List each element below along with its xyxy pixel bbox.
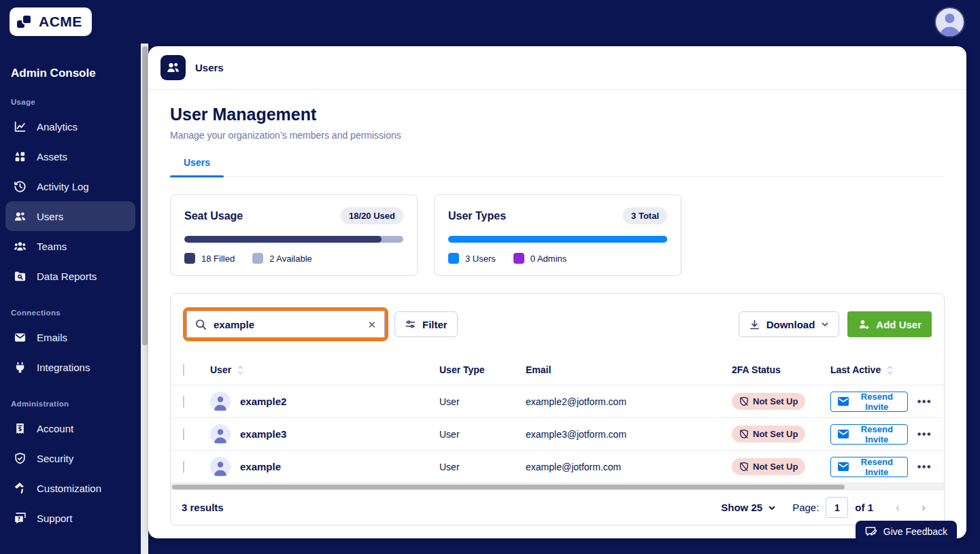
support-chat-icon: ? <box>14 512 27 525</box>
sidebar-item-data-reports[interactable]: Data Reports <box>5 261 135 291</box>
show-per-page-select[interactable]: Show 25 <box>721 502 776 513</box>
sidebar-item-users[interactable]: Users <box>5 201 135 231</box>
sidebar-item-emails[interactable]: Emails <box>5 322 135 352</box>
table-row: example3 User example3@jotform.com <box>171 417 944 450</box>
teams-icon <box>14 240 27 253</box>
users-swatch <box>448 253 459 264</box>
available-swatch <box>252 253 263 264</box>
main-card: Users User Management Manage your organi… <box>148 46 966 538</box>
table-footer: 3 results Show 25 Page: o <box>171 489 944 525</box>
mail-icon <box>838 462 849 471</box>
sidebar-item-teams[interactable]: Teams <box>5 231 135 261</box>
breadcrumb: Users <box>195 62 224 73</box>
sidebar-item-label: Integrations <box>37 362 90 373</box>
add-user-button[interactable]: Add User <box>847 311 932 337</box>
table-scrollbar-thumb[interactable] <box>172 485 845 489</box>
page-subtitle: Manage your organization’s members and p… <box>170 130 945 141</box>
user-type: User <box>439 462 526 472</box>
user-type: User <box>439 396 526 407</box>
legend-users: 3 Users <box>448 253 496 264</box>
sidebar-section-connections: Connections <box>11 309 141 317</box>
tab-users[interactable]: Users <box>170 157 224 176</box>
sidebar-item-security[interactable]: Security <box>5 443 135 473</box>
sidebar-item-assets[interactable]: Assets <box>5 141 135 171</box>
search-input[interactable] <box>214 319 360 330</box>
row-checkbox[interactable] <box>183 461 184 473</box>
user-name[interactable]: example3 <box>240 428 286 440</box>
assets-icon <box>14 150 27 163</box>
sidebar-item-label: Data Reports <box>37 271 97 282</box>
select-all-checkbox[interactable] <box>183 364 184 376</box>
table-horizontal-scrollbar[interactable] <box>171 483 944 489</box>
account-avatar[interactable] <box>934 7 965 37</box>
sidebar-item-integrations[interactable]: Integrations <box>5 352 135 382</box>
sidebar-item-label: Assets <box>37 151 67 162</box>
plug-icon <box>14 361 27 374</box>
resend-invite-button[interactable]: Resend Invite <box>830 457 908 477</box>
acme-logo-text: ACME <box>39 14 82 30</box>
sidebar-item-support[interactable]: ? Support <box>5 503 135 533</box>
svg-text:?: ? <box>18 516 21 522</box>
paint-roller-icon <box>14 482 27 495</box>
seat-usage-badge: 18/20 Used <box>341 207 403 224</box>
user-email: example@jotform.com <box>526 462 732 472</box>
legend-filled: 18 Filled <box>184 253 235 264</box>
user-types-bar-fill <box>448 236 667 243</box>
resend-invite-button[interactable]: Resend Invite <box>830 424 908 445</box>
users-header-icon <box>160 55 186 80</box>
sort-icon[interactable] <box>885 365 894 375</box>
seat-usage-bar <box>184 236 403 243</box>
row-checkbox[interactable] <box>183 396 184 408</box>
table-toolbar: ✕ Filter <box>171 294 944 355</box>
table-row: example User example@jotform.com <box>171 450 944 483</box>
sidebar-title: Admin Console <box>11 67 141 80</box>
sidebar-item-account[interactable]: $ Account <box>5 413 135 443</box>
analytics-icon <box>14 120 27 133</box>
row-checkbox[interactable] <box>183 428 184 440</box>
next-page-icon[interactable]: › <box>914 502 933 514</box>
previous-page-icon[interactable]: ‹ <box>888 502 907 514</box>
search-box[interactable]: ✕ <box>186 311 385 338</box>
row-menu-icon[interactable]: ••• <box>917 461 932 473</box>
page-number-input[interactable] <box>826 497 848 518</box>
filled-swatch <box>184 253 195 264</box>
sidebar-scrollbar[interactable] <box>141 44 148 554</box>
page-title: User Management <box>170 105 945 124</box>
clear-search-icon[interactable]: ✕ <box>367 319 376 330</box>
activity-log-icon <box>14 180 27 193</box>
row-menu-icon[interactable]: ••• <box>917 428 932 440</box>
sidebar-item-label: Teams <box>37 241 67 252</box>
sidebar-item-analytics[interactable]: Analytics <box>5 111 135 141</box>
tfa-status-badge: Not Set Up <box>732 426 805 443</box>
sidebar-item-customization[interactable]: Customization <box>5 473 135 503</box>
filter-button[interactable]: Filter <box>394 311 458 337</box>
mail-icon <box>838 430 849 438</box>
user-name[interactable]: example2 <box>240 396 286 407</box>
sidebar-scrollbar-thumb[interactable] <box>142 46 148 345</box>
user-name[interactable]: example <box>240 461 281 472</box>
users-icon <box>14 210 27 223</box>
sidebar-section-usage: Usage <box>11 98 141 106</box>
sidebar-item-activity-log[interactable]: Activity Log <box>5 171 135 201</box>
admin-console-app: ACME Admin Console Usage Analyti <box>0 0 980 554</box>
invoice-icon: $ <box>14 422 27 435</box>
row-menu-icon[interactable]: ••• <box>917 396 932 408</box>
filter-icon <box>405 319 416 330</box>
seat-usage-card: Seat Usage 18/20 Used 18 Filled <box>170 194 418 276</box>
sidebar-item-label: Emails <box>37 332 67 343</box>
sort-icon[interactable] <box>236 365 245 375</box>
acme-logo[interactable]: ACME <box>10 7 92 36</box>
user-avatar <box>210 424 231 445</box>
user-types-title: User Types <box>448 210 506 222</box>
table-header-row: User User Type Email 2FA Status <box>171 355 944 385</box>
sidebar-item-label: Customization <box>37 483 101 494</box>
users-table-card: ✕ Filter <box>170 293 945 525</box>
page-label: Page: <box>792 502 819 513</box>
give-feedback-button[interactable]: Give Feedback <box>856 521 957 542</box>
resend-invite-button[interactable]: Resend Invite <box>830 392 908 412</box>
shield-off-icon <box>739 429 749 439</box>
sidebar-item-label: Security <box>37 453 73 464</box>
download-button[interactable]: Download <box>739 311 840 337</box>
admins-swatch <box>513 253 524 264</box>
user-type: User <box>439 429 526 440</box>
